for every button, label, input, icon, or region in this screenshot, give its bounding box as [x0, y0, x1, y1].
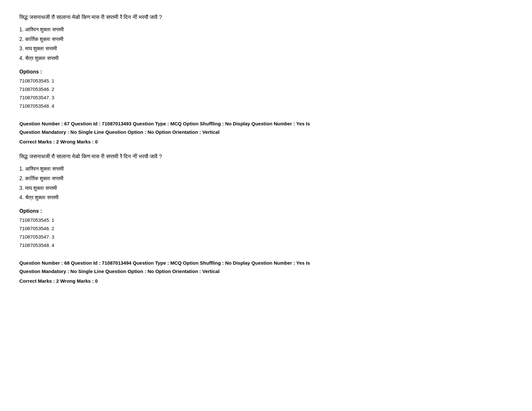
meta-line2-1: Question Mandatory : No Single Line Ques…	[19, 129, 220, 135]
options-section-1: Options : 71087053545. 1 71087053546. 2 …	[19, 207, 513, 250]
answer-option-1-1: 1. आश्विन शुक्ला सप्तमी	[19, 165, 513, 173]
meta-line2-2: Question Mandatory : No Single Line Ques…	[19, 269, 220, 274]
options-section-0: Options : 71087053545. 1 71087053546. 2 …	[19, 68, 513, 110]
option-id-0-4: 71087053548. 4	[19, 102, 513, 110]
meta-line1-2: Question Number : 68 Question Id : 71087…	[19, 260, 310, 266]
option-id-0-1: 71087053545. 1	[19, 77, 513, 85]
question-meta-1: Question Number : 67 Question Id : 71087…	[19, 120, 513, 136]
correct-marks-2: Correct Marks : 2 Wrong Marks : 0	[19, 277, 513, 285]
question-text-1: सिद्ध जसनाथजी रौ सालाना मेळो किण मास री …	[19, 152, 513, 161]
answer-options-list-0: 1. आश्विन शुक्ला सप्तमी 2. कार्तिक शुक्ल…	[19, 25, 513, 62]
question-block-1: Question Number : 67 Question Id : 71087…	[19, 120, 513, 249]
answer-option-0-1: 1. आश्विन शुक्ला सप्तमी	[19, 25, 513, 34]
option-id-1-3: 71087053547. 3	[19, 233, 513, 241]
answer-option-0-2: 2. कार्तिक शुक्ला सप्तमी	[19, 35, 513, 44]
question-block-0: सिद्ध जसनाथजी रौ सालाना मेळो किण मास री …	[19, 13, 513, 110]
answer-option-1-2: 2. कार्तिक शुक्ला सप्तमी	[19, 174, 513, 183]
question-meta-2: Question Number : 68 Question Id : 71087…	[19, 259, 513, 275]
answer-option-0-3: 3. माघ शुक्ला सप्तमी	[19, 44, 513, 53]
correct-marks-1: Correct Marks : 2 Wrong Marks : 0	[19, 138, 513, 146]
answer-options-list-1: 1. आश्विन शुक्ला सप्तमी 2. कार्तिक शुक्ल…	[19, 165, 513, 201]
answer-option-0-4: 4. चैत्र शुक्ला सप्तमी	[19, 54, 513, 63]
option-id-1-4: 71087053548. 4	[19, 241, 513, 249]
options-label-0: Options :	[19, 68, 513, 76]
question-text-0: सिद्ध जसनाथजी रौ सालाना मेळो किण मास री …	[19, 13, 513, 22]
option-id-1-1: 71087053545. 1	[19, 216, 513, 224]
answer-option-1-3: 3. माघ शुक्ला सप्तमी	[19, 184, 513, 192]
option-id-0-3: 71087053547. 3	[19, 94, 513, 102]
option-id-0-2: 71087053546. 2	[19, 85, 513, 93]
options-label-1: Options :	[19, 207, 513, 215]
question-block-2: Question Number : 68 Question Id : 71087…	[19, 259, 513, 285]
option-id-list-0: 71087053545. 1 71087053546. 2 7108705354…	[19, 77, 513, 110]
answer-option-1-4: 4. चैत्र शुक्ला सप्तमी	[19, 193, 513, 202]
meta-line1-1: Question Number : 67 Question Id : 71087…	[19, 121, 310, 126]
option-id-list-1: 71087053545. 1 71087053546. 2 7108705354…	[19, 216, 513, 249]
option-id-1-2: 71087053546. 2	[19, 225, 513, 232]
